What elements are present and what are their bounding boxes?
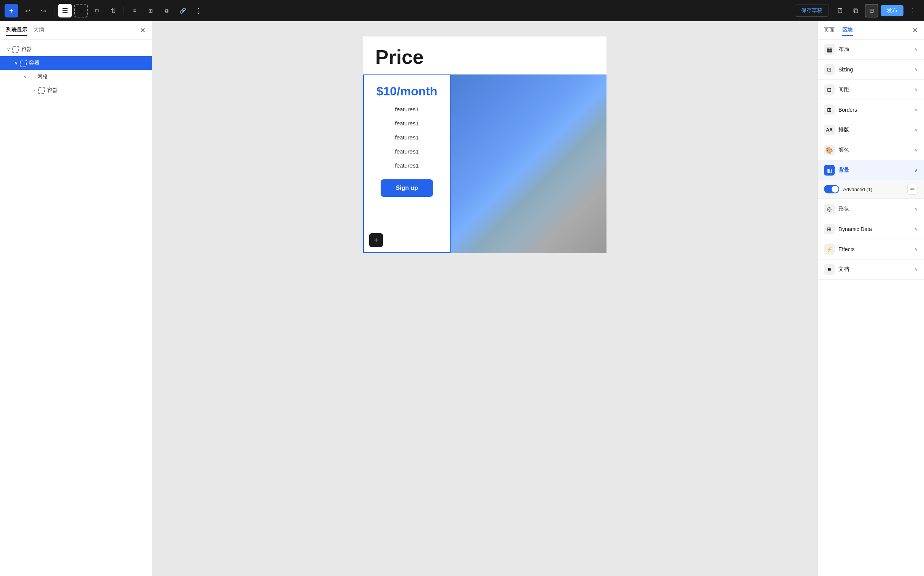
section-dynamic-header[interactable]: ⊞ Dynamic Data ∨ <box>818 219 924 239</box>
shape-chevron: ∨ <box>914 206 918 212</box>
effects-icon: ⚡ <box>824 244 835 254</box>
tab-page[interactable]: 页面 <box>824 25 835 36</box>
left-panel-close[interactable]: ✕ <box>140 27 146 34</box>
tree-label-grid: 网格 <box>37 73 152 80</box>
copy-button[interactable]: ⧉ <box>160 4 173 18</box>
canvas-content: Price $10/month features1 features1 feat… <box>363 37 606 253</box>
toolbar: + ↩ ↪ ☰ □ ⊡ ⇅ ≡ ⊞ ⧉ 🔗 ⋮ 保存草稿 🖥 ⧉ ⊟ 发布 ⋮ <box>0 0 924 21</box>
canvas-add-button[interactable]: + <box>369 233 383 247</box>
divider-2 <box>124 6 124 15</box>
sizing-chevron: ∨ <box>914 67 918 72</box>
divider-1 <box>54 6 55 15</box>
section-layout-header[interactable]: ▦ 布局 ∨ <box>818 40 924 59</box>
publish-button[interactable]: 发布 <box>881 5 903 16</box>
layers-button[interactable]: ⧉ <box>849 4 862 18</box>
layout-label: 布局 <box>839 46 911 53</box>
undo-button[interactable]: ↩ <box>21 4 34 18</box>
chevron-child1[interactable]: ∨ <box>12 61 20 66</box>
save-draft-button[interactable]: 保存草稿 <box>795 5 829 17</box>
price-amount: $10/month <box>377 84 437 98</box>
right-panel-body: ▦ 布局 ∨ ⊡ Sizing ∨ ⊟ 间距 ∨ <box>818 40 924 576</box>
document-chevron: ∨ <box>914 267 918 272</box>
advanced-toggle[interactable] <box>824 185 839 194</box>
section-typography: AA 排版 ∨ <box>818 120 924 140</box>
typography-label: 排版 <box>839 126 911 133</box>
dynamic-label: Dynamic Data <box>839 226 911 232</box>
canvas-area[interactable]: Price $10/month features1 features1 feat… <box>152 21 818 576</box>
more-button[interactable]: ⋮ <box>192 4 205 18</box>
typography-chevron: ∨ <box>914 127 918 133</box>
signup-button[interactable]: Sign up <box>381 179 433 197</box>
dynamic-icon: ⊞ <box>824 224 835 234</box>
tree-item-grid[interactable]: ∨ 网格 <box>0 70 152 83</box>
tree-item-child3[interactable]: › 容器 <box>0 83 152 97</box>
section-background-header[interactable]: ◧ 背景 ∧ <box>818 160 924 180</box>
advanced-edit-button[interactable]: ✏ <box>907 184 918 195</box>
frame-button-1[interactable]: □ <box>74 4 88 18</box>
price-card-container: $10/month features1 features1 features1 … <box>363 74 606 253</box>
layout-chevron: ∨ <box>914 47 918 52</box>
main-layout: 列表显示 大纲 ✕ ∨ 容器 ∨ 容器 ⋯ ∨ <box>0 21 924 576</box>
section-typography-header[interactable]: AA 排版 ∨ <box>818 120 924 140</box>
section-spacing: ⊟ 间距 ∨ <box>818 80 924 100</box>
container-icon-root <box>12 46 19 53</box>
redo-button[interactable]: ↪ <box>37 4 50 18</box>
advanced-label: Advanced (1) <box>843 187 903 192</box>
section-shape: ◎ 形状 ∨ <box>818 199 924 219</box>
price-card-right <box>451 74 606 253</box>
section-effects-header[interactable]: ⚡ Effects ∨ <box>818 239 924 259</box>
feature-5: features1 <box>395 162 419 169</box>
section-sizing-header[interactable]: ⊡ Sizing ∨ <box>818 60 924 79</box>
tree: ∨ 容器 ∨ 容器 ⋯ ∨ 网格 <box>0 40 152 576</box>
monitor-button[interactable]: 🖥 <box>833 4 847 18</box>
shape-icon: ◎ <box>824 204 835 214</box>
grid-button[interactable]: ⊞ <box>144 4 157 18</box>
section-document: ≡ 文档 ∨ <box>818 259 924 280</box>
background-chevron: ∧ <box>914 168 918 173</box>
section-sizing: ⊡ Sizing ∨ <box>818 60 924 80</box>
section-effects: ⚡ Effects ∨ <box>818 239 924 259</box>
right-panel-close[interactable]: ✕ <box>912 26 918 35</box>
price-title: Price <box>363 37 606 74</box>
section-color-header[interactable]: 🎨 颜色 ∨ <box>818 140 924 160</box>
chevron-root[interactable]: ∨ <box>5 47 12 52</box>
frame-button-3[interactable]: ⇅ <box>106 4 120 18</box>
feature-2: features1 <box>395 120 419 126</box>
section-background: ◧ 背景 ∧ Advanced (1) ✏ <box>818 160 924 199</box>
price-card-left: $10/month features1 features1 features1 … <box>363 74 451 253</box>
align-button[interactable]: ☰ <box>58 4 72 18</box>
borders-chevron: ∨ <box>914 107 918 112</box>
typography-icon: AA <box>824 125 835 135</box>
sizing-icon: ⊡ <box>824 64 835 75</box>
view-button[interactable]: ⊟ <box>865 4 878 18</box>
tree-label-child1: 容器 <box>29 60 143 67</box>
document-icon: ≡ <box>824 264 835 275</box>
section-borders-header[interactable]: ⊞ Borders ∨ <box>818 100 924 120</box>
color-icon: 🎨 <box>824 145 835 155</box>
section-layout: ▦ 布局 ∨ <box>818 40 924 60</box>
tab-block[interactable]: 区块 <box>842 25 853 36</box>
right-panel: 页面 区块 ✕ ▦ 布局 ∨ ⊡ Sizing ∨ <box>818 21 924 576</box>
chevron-child3[interactable]: › <box>30 88 38 93</box>
frame-button-2[interactable]: ⊡ <box>90 4 104 18</box>
tab-list-view[interactable]: 列表显示 <box>6 25 27 36</box>
section-borders: ⊞ Borders ∨ <box>818 100 924 120</box>
background-label: 背景 <box>839 167 911 174</box>
add-button[interactable]: + <box>5 4 18 18</box>
more-options-button[interactable]: ⋮ <box>906 4 919 18</box>
section-document-header[interactable]: ≡ 文档 ∨ <box>818 259 924 279</box>
color-label: 颜色 <box>839 147 911 154</box>
tree-item-root[interactable]: ∨ 容器 <box>0 43 152 56</box>
advanced-row: Advanced (1) ✏ <box>818 180 924 199</box>
section-shape-header[interactable]: ◎ 形状 ∨ <box>818 199 924 219</box>
link-button[interactable]: 🔗 <box>176 4 189 18</box>
section-spacing-header[interactable]: ⊟ 间距 ∨ <box>818 80 924 99</box>
layout-icon: ▦ <box>824 44 835 55</box>
tree-item-child1[interactable]: ∨ 容器 ⋯ <box>0 56 152 70</box>
tree-label-root: 容器 <box>21 46 152 53</box>
distribute-button[interactable]: ≡ <box>128 4 141 18</box>
grid-icon <box>29 74 35 80</box>
right-panel-header: 页面 区块 ✕ <box>818 21 924 40</box>
chevron-grid[interactable]: ∨ <box>21 74 29 79</box>
tab-outline[interactable]: 大纲 <box>34 25 44 36</box>
